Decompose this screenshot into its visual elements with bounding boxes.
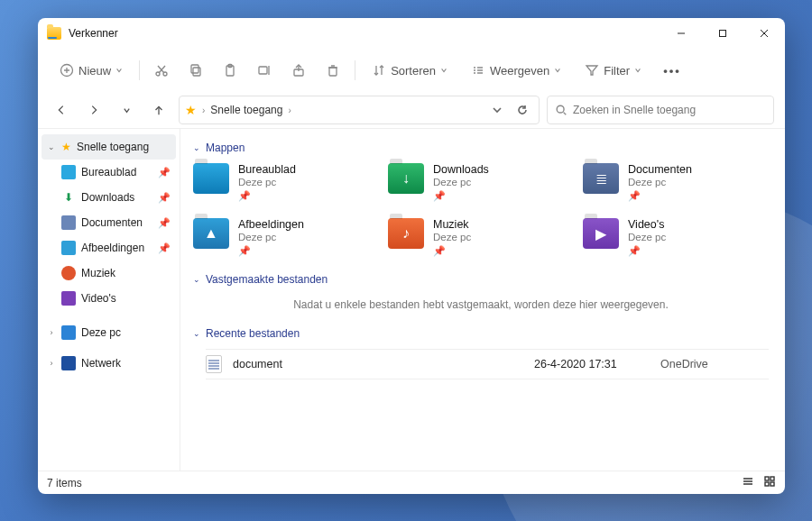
- window-controls: [660, 18, 785, 49]
- rename-icon: [257, 63, 272, 78]
- sidebar-item-label: Downloads: [81, 191, 134, 204]
- chevron-down-icon: [440, 67, 448, 74]
- pin-icon: 📌: [238, 245, 304, 257]
- sidebar-item-desktop[interactable]: Bureaublad 📌: [42, 160, 176, 185]
- close-button[interactable]: [743, 18, 785, 49]
- file-date: 26-4-2020 17:31: [534, 358, 660, 370]
- svg-rect-12: [191, 65, 198, 73]
- delete-button[interactable]: [318, 55, 347, 86]
- folder-item[interactable]: ≣ Documenten Deze pc 📌: [583, 163, 769, 202]
- svg-rect-38: [765, 482, 769, 486]
- folder-item[interactable]: ↓ Downloads Deze pc 📌: [388, 163, 574, 202]
- paste-button[interactable]: [216, 55, 245, 86]
- sidebar-label: Deze pc: [81, 326, 121, 339]
- svg-rect-1: [720, 31, 726, 37]
- folder-name: Documenten: [628, 163, 692, 176]
- folder-item[interactable]: ▲ Afbeeldingen Deze pc 📌: [193, 218, 379, 257]
- chevron-down-icon: [634, 67, 641, 74]
- sidebar-item-label: Bureaublad: [81, 166, 136, 178]
- copy-button[interactable]: [181, 55, 210, 86]
- folder-subtitle: Deze pc: [433, 232, 471, 242]
- sidebar-item-label: Muziek: [81, 267, 115, 279]
- sidebar-item-music[interactable]: Muziek: [42, 260, 176, 286]
- chevron-down-icon: [115, 67, 123, 74]
- folder-name: Bureaublad: [238, 163, 296, 176]
- sidebar-item-documents[interactable]: Documenten 📌: [42, 210, 176, 235]
- share-icon: [291, 63, 306, 78]
- pin-icon: 📌: [628, 190, 692, 202]
- sidebar-item-pictures[interactable]: Afbeeldingen 📌: [42, 235, 176, 260]
- recent-file-row[interactable]: document 26-4-2020 17:31 OneDrive: [206, 349, 769, 379]
- section-header-folders[interactable]: ⌄ Mappen: [193, 142, 769, 154]
- trash-icon: [326, 63, 340, 78]
- chevron-down-icon: ⌄: [193, 329, 200, 338]
- folder-icon: ↓: [388, 163, 424, 194]
- ellipsis-icon: •••: [663, 64, 681, 78]
- sidebar-item-videos[interactable]: Video's: [42, 286, 176, 311]
- download-icon: ⬇: [61, 190, 76, 205]
- address-bar[interactable]: ★ › Snelle toegang ›: [179, 96, 540, 124]
- videos-icon: [61, 291, 76, 306]
- section-header-recent[interactable]: ⌄ Recente bestanden: [193, 327, 769, 340]
- up-button[interactable]: [146, 97, 171, 123]
- folder-icon: ♪: [388, 218, 424, 249]
- share-button[interactable]: [284, 55, 313, 86]
- minimize-button[interactable]: [660, 18, 702, 49]
- sidebar-label: Netwerk: [81, 357, 121, 370]
- sidebar-label: Snelle toegang: [77, 141, 149, 153]
- sidebar-item-downloads[interactable]: ⬇ Downloads 📌: [42, 185, 176, 210]
- pinned-empty-message: Nadat u enkele bestanden hebt vastgemaak…: [193, 298, 769, 311]
- pin-icon: 📌: [628, 245, 666, 257]
- plus-circle-icon: [60, 63, 74, 78]
- pin-icon: 📌: [433, 245, 471, 257]
- chevron-right-icon: ›: [202, 105, 205, 115]
- view-button[interactable]: Weergeven: [462, 55, 570, 86]
- folder-subtitle: Deze pc: [238, 177, 296, 187]
- network-icon: [61, 356, 76, 370]
- explorer-window: Verkenner Nieuw Sorteren Weergeven: [38, 18, 785, 494]
- details-view-button[interactable]: [742, 475, 754, 490]
- cut-button[interactable]: [147, 55, 176, 86]
- back-button[interactable]: [49, 97, 74, 123]
- toolbar-divider: [355, 60, 355, 80]
- document-icon: [206, 355, 222, 373]
- thumbnails-view-button[interactable]: [763, 475, 776, 490]
- folder-name: Muziek: [433, 218, 471, 231]
- refresh-button[interactable]: [512, 99, 533, 121]
- section-header-pinned[interactable]: ⌄ Vastgemaakte bestanden: [193, 273, 769, 286]
- documents-icon: [61, 215, 76, 230]
- svg-rect-18: [329, 68, 337, 76]
- maximize-button[interactable]: [702, 18, 743, 49]
- forward-button[interactable]: [81, 97, 106, 123]
- folder-subtitle: Deze pc: [433, 177, 489, 187]
- address-location: Snelle toegang: [210, 104, 282, 116]
- more-button[interactable]: •••: [656, 55, 688, 86]
- address-dropdown-button[interactable]: [486, 99, 508, 121]
- svg-rect-37: [770, 477, 774, 480]
- titlebar: Verkenner: [38, 18, 785, 49]
- new-button[interactable]: Nieuw: [51, 55, 132, 86]
- sidebar-this-pc[interactable]: › Deze pc: [42, 320, 176, 345]
- chevron-right-icon: ›: [288, 105, 291, 115]
- search-box[interactable]: Zoeken in Snelle toegang: [547, 96, 774, 124]
- sidebar-quick-access[interactable]: ⌄ ★ Snelle toegang: [42, 134, 176, 160]
- chevron-down-icon: ⌄: [193, 275, 200, 284]
- sort-button[interactable]: Sorteren: [363, 55, 457, 86]
- folder-subtitle: Deze pc: [628, 177, 692, 187]
- app-icon: [47, 27, 61, 40]
- folder-name: Afbeeldingen: [238, 218, 304, 231]
- content-pane: ⌄ Mappen Bureaublad Deze pc 📌 ↓ Downlo: [180, 129, 785, 471]
- svg-marker-29: [586, 66, 597, 75]
- search-placeholder: Zoeken in Snelle toegang: [573, 104, 696, 116]
- sidebar-network[interactable]: › Netwerk: [42, 351, 176, 376]
- rename-button[interactable]: [250, 55, 279, 86]
- folder-item[interactable]: ▶ Video's Deze pc 📌: [583, 218, 769, 257]
- folder-item[interactable]: Bureaublad Deze pc 📌: [193, 163, 379, 202]
- recent-locations-button[interactable]: [114, 97, 139, 123]
- pin-icon: 📌: [238, 190, 296, 202]
- chevron-down-icon: ⌄: [193, 143, 200, 152]
- clipboard-icon: [223, 63, 237, 78]
- filter-button[interactable]: Filter: [576, 55, 651, 86]
- folder-item[interactable]: ♪ Muziek Deze pc 📌: [388, 218, 574, 257]
- status-bar: 7 items: [38, 471, 785, 494]
